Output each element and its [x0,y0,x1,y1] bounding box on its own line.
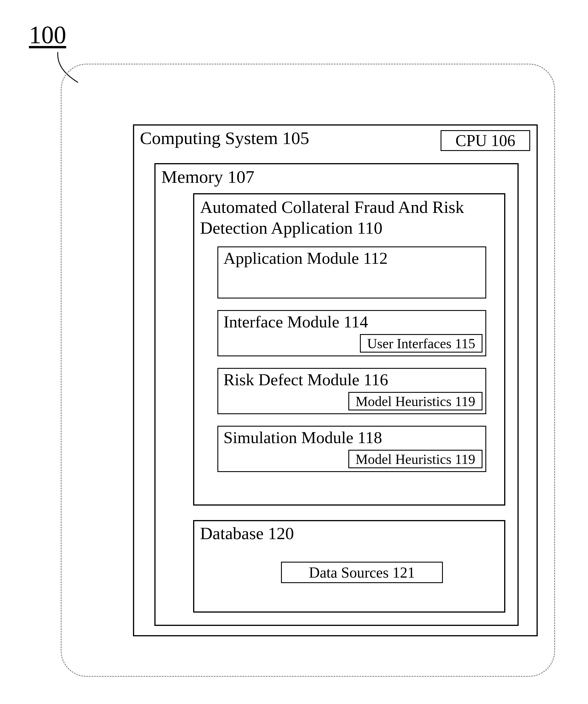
module-title: Interface Module 114 [223,312,368,332]
sub-model-heuristics: Model Heuristics 119 [348,450,482,468]
module-title: Risk Defect Module 116 [223,370,388,389]
module-title: Application Module 112 [223,248,388,268]
computing-system-title: Computing System 105 [140,128,309,149]
application-title: Automated Collateral Fraud And Risk Dete… [200,197,499,238]
module-interface: Interface Module 114 User Interfaces 115 [217,310,486,356]
sub-model-heuristics: Model Heuristics 119 [348,392,482,410]
figure-number: 100 [29,20,66,49]
memory-title: Memory 107 [161,167,254,187]
database-block: Database 120 Data Sources 121 [193,520,505,612]
computing-system-box: Computing System 105 CPU 106 Memory 107 … [133,124,538,636]
data-sources-box: Data Sources 121 [281,562,443,583]
memory-box: Memory 107 Automated Collateral Fraud An… [154,163,519,626]
sub-user-interfaces: User Interfaces 115 [360,334,482,353]
cpu-box: CPU 106 [441,130,530,151]
module-application: Application Module 112 [217,246,486,298]
module-title: Simulation Module 118 [223,428,382,447]
application-block: Automated Collateral Fraud And Risk Dete… [193,193,505,506]
module-simulation: Simulation Module 118 Model Heuristics 1… [217,426,486,472]
database-title: Database 120 [200,524,294,543]
module-risk-defect: Risk Defect Module 116 Model Heuristics … [217,368,486,414]
